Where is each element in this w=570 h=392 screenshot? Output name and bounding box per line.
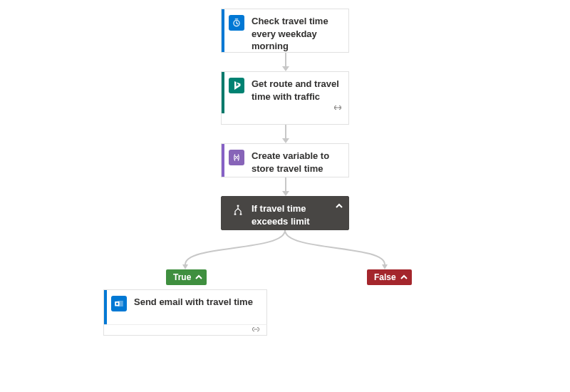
trigger-card[interactable]: Check travel time every weekday morning — [221, 9, 349, 53]
init-variable-card[interactable]: Create variable to store travel time — [221, 143, 349, 177]
false-branch-label: False — [374, 272, 396, 282]
svg-marker-4 — [182, 264, 188, 269]
card-accent — [222, 9, 224, 52]
condition-label: If travel time exceeds limit — [252, 202, 331, 227]
card-accent — [222, 72, 224, 115]
variable-icon — [229, 150, 244, 165]
init-variable-label: Create variable to store travel time — [252, 150, 341, 175]
connector-arrow — [284, 125, 286, 143]
true-branch-label: True — [173, 272, 191, 282]
card-footer — [103, 324, 267, 336]
outlook-icon — [111, 296, 127, 311]
chevron-up-icon[interactable] — [194, 272, 204, 282]
svg-rect-3 — [237, 205, 239, 207]
link-icon — [249, 325, 262, 334]
link-icon — [331, 103, 344, 112]
svg-rect-2 — [240, 214, 242, 215]
false-branch-tag[interactable]: False — [367, 269, 412, 285]
condition-icon — [230, 202, 246, 218]
connector-arrow — [284, 53, 286, 71]
send-email-card[interactable]: Send email with travel time — [103, 289, 267, 325]
chevron-up-icon[interactable] — [334, 201, 344, 211]
get-route-label: Get route and travel time with traffic — [252, 78, 341, 103]
true-branch-tag[interactable]: True — [166, 269, 207, 285]
card-footer — [221, 113, 349, 125]
bing-icon — [229, 78, 244, 93]
condition-card[interactable]: If travel time exceeds limit — [221, 196, 349, 230]
svg-rect-1 — [234, 214, 237, 215]
card-accent — [104, 290, 107, 324]
flow-designer-canvas: Check travel time every weekday morning … — [0, 0, 570, 392]
connector-arrow — [284, 177, 286, 196]
trigger-label: Check travel time every weekday morning — [252, 15, 341, 53]
card-accent — [222, 144, 224, 177]
send-email-label: Send email with travel time — [134, 296, 253, 309]
get-route-card[interactable]: Get route and travel time with traffic — [221, 71, 349, 115]
svg-marker-5 — [382, 264, 388, 269]
branch-connector — [78, 230, 492, 273]
chevron-up-icon[interactable] — [399, 272, 409, 282]
svg-point-8 — [116, 303, 118, 306]
clock-icon — [229, 15, 244, 31]
